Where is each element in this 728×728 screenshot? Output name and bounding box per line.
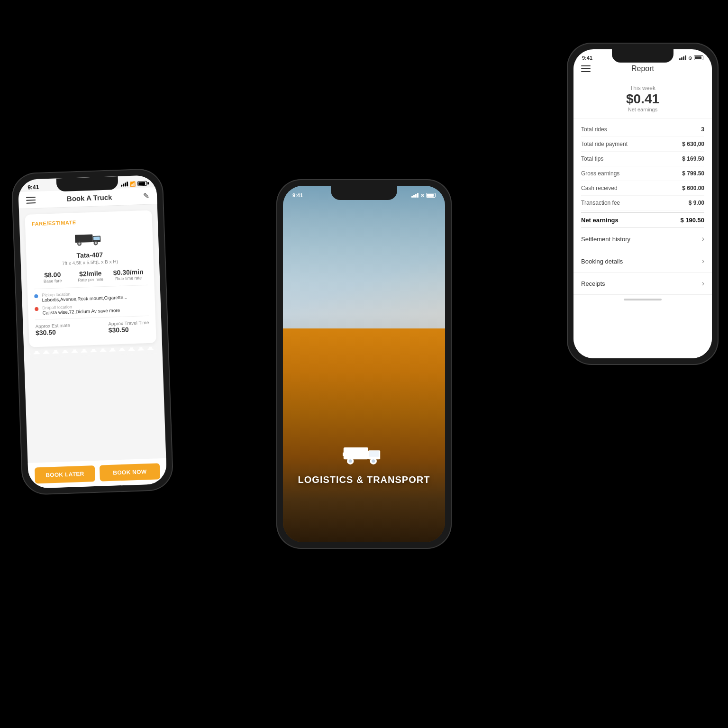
- scroll-bar: [624, 299, 662, 300]
- book-later-button[interactable]: BOOK LATER: [35, 465, 95, 483]
- receipt-edge: [29, 346, 156, 357]
- chevron-booking: ›: [702, 257, 704, 265]
- approx-travel-item: Approx Travel Time $30.50: [108, 320, 149, 334]
- net-earnings-label: Net earnings: [581, 217, 619, 224]
- base-fare-item: $8.00 Base fare: [34, 270, 72, 284]
- base-fare-label: Base fare: [34, 278, 72, 284]
- table-row-2: Total tips $ 169.50: [581, 152, 704, 166]
- time-left: 9:41: [27, 184, 39, 191]
- row-value-1: $ 630,00: [682, 141, 704, 147]
- signal-icon-right: [679, 55, 686, 60]
- time-right: 9:41: [582, 55, 592, 61]
- receipts-label: Receipts: [581, 280, 605, 287]
- divider-1: [34, 285, 148, 289]
- net-earnings-value: $ 190.50: [680, 217, 704, 224]
- table-row-3: Gross earnings $ 799.50: [581, 166, 704, 181]
- scroll-indicator: [573, 295, 712, 304]
- row-value-0: 3: [701, 126, 704, 133]
- pickup-row: Pickup location Lobortis,Avenue,Rock mou…: [34, 289, 148, 303]
- ride-time-item: $0.30/min Ride time rate: [109, 268, 147, 282]
- truck-icon: [74, 228, 103, 248]
- earnings-header: This week $0.41 Net earnings: [573, 77, 712, 118]
- table-row-5: Transaction fee $ 9.00: [581, 196, 704, 210]
- logistics-content: LOGISTICS & TRANSPORT: [283, 439, 445, 485]
- dropoff-row: Dropoff location Calista wise,72,Diclum …: [35, 302, 149, 316]
- settlement-history-link[interactable]: Settlement history ›: [573, 228, 712, 250]
- row-label-5: Transaction fee: [581, 200, 620, 206]
- table-row-4: Cash received $ 600.00: [581, 181, 704, 196]
- table-row-1: Total ride payment $ 630,00: [581, 137, 704, 152]
- row-label-1: Total ride payment: [581, 141, 628, 147]
- approx-estimate-item: Approx Estimate $30.50: [35, 323, 70, 337]
- wifi-icon-right: ⊙: [688, 55, 692, 61]
- rate-per-mile-label: Rate per mile: [72, 277, 109, 283]
- truck-icon-container: [32, 227, 146, 249]
- content-area-left: FARE/ESTIMATE Tata-407: [19, 204, 166, 463]
- notch-right: [612, 49, 673, 63]
- book-now-button[interactable]: BOOK NOW: [100, 463, 160, 481]
- notch-center: [331, 186, 397, 200]
- approx-estimate-value: $30.50: [36, 328, 71, 337]
- signal-icon-center: [411, 193, 419, 198]
- ride-time-label: Ride time rate: [109, 275, 147, 282]
- report-nav: Report: [573, 62, 712, 77]
- time-center: 9:41: [292, 192, 303, 198]
- signal-icon-left: [121, 182, 128, 187]
- report-content: This week $0.41 Net earnings Total rides…: [573, 77, 712, 358]
- phone-book-truck: 9:41 📶: [11, 168, 174, 496]
- battery-icon-right: [694, 55, 703, 60]
- nav-title-left: Book A Truck: [67, 193, 112, 202]
- report-table: Total rides 3 Total ride payment $ 630,0…: [573, 122, 712, 228]
- chevron-settlement: ›: [702, 235, 704, 243]
- scene: 9:41 📶: [0, 0, 728, 728]
- fare-details-row: $8.00 Base fare $2/mile Rate per mile $0…: [34, 268, 148, 284]
- status-icons-center: ⊙: [411, 193, 436, 198]
- estimate-row: Approx Estimate $30.50 Approx Travel Tim…: [35, 320, 149, 337]
- row-value-4: $ 600.00: [682, 185, 704, 191]
- row-value-5: $ 9.00: [689, 200, 704, 206]
- wifi-icon-left: 📶: [130, 181, 136, 186]
- net-earnings-header-label: Net earnings: [573, 107, 712, 112]
- logistics-title: LOGISTICS & TRANSPORT: [298, 474, 430, 485]
- battery-icon-center: [426, 193, 436, 198]
- row-label-3: Gross earnings: [581, 170, 619, 177]
- settlement-history-label: Settlement history: [581, 236, 630, 243]
- status-icons-right: ⊙: [679, 55, 703, 61]
- wifi-icon-center: ⊙: [420, 193, 424, 198]
- pickup-dot: [34, 294, 38, 298]
- svg-point-13: [372, 459, 375, 463]
- menu-button-left[interactable]: [26, 197, 36, 204]
- divider-2: [35, 316, 149, 320]
- net-earnings-row: Net earnings $ 190.50: [581, 212, 704, 228]
- report-nav-title: Report: [591, 64, 695, 73]
- chevron-receipts: ›: [702, 279, 704, 288]
- fare-section-label: FARE/ESTIMATE: [32, 217, 146, 227]
- phone-logistics: 9:41 ⊙: [276, 179, 452, 549]
- row-label-2: Total tips: [581, 155, 603, 162]
- status-icons-left: 📶: [121, 181, 147, 187]
- table-row-0: Total rides 3: [581, 122, 704, 137]
- booking-details-link[interactable]: Booking details ›: [573, 250, 712, 273]
- battery-icon-left: [137, 181, 147, 186]
- row-value-2: $ 169.50: [682, 155, 704, 162]
- rate-per-mile-item: $2/mile Rate per mile: [71, 269, 109, 283]
- menu-button-right[interactable]: [581, 65, 591, 72]
- period-label: This week: [573, 85, 712, 91]
- fare-card: FARE/ESTIMATE Tata-407: [25, 210, 156, 347]
- receipts-link[interactable]: Receipts ›: [573, 273, 712, 295]
- earnings-amount: $0.41: [573, 91, 712, 107]
- booking-details-label: Booking details: [581, 258, 623, 265]
- dropoff-dot: [35, 307, 38, 311]
- svg-rect-0: [75, 234, 93, 243]
- svg-point-11: [349, 459, 352, 463]
- edit-icon-left[interactable]: ✎: [143, 191, 150, 200]
- svg-rect-9: [369, 451, 379, 457]
- row-value-3: $ 799.50: [682, 170, 704, 177]
- approx-travel-value: $30.50: [108, 325, 149, 334]
- svg-rect-2: [93, 237, 100, 240]
- button-row: BOOK LATER BOOK NOW: [28, 458, 167, 489]
- row-label-4: Cash received: [581, 185, 618, 191]
- truck-background: 9:41 ⊙: [283, 186, 445, 542]
- svg-rect-14: [343, 453, 345, 456]
- svg-rect-7: [344, 447, 368, 459]
